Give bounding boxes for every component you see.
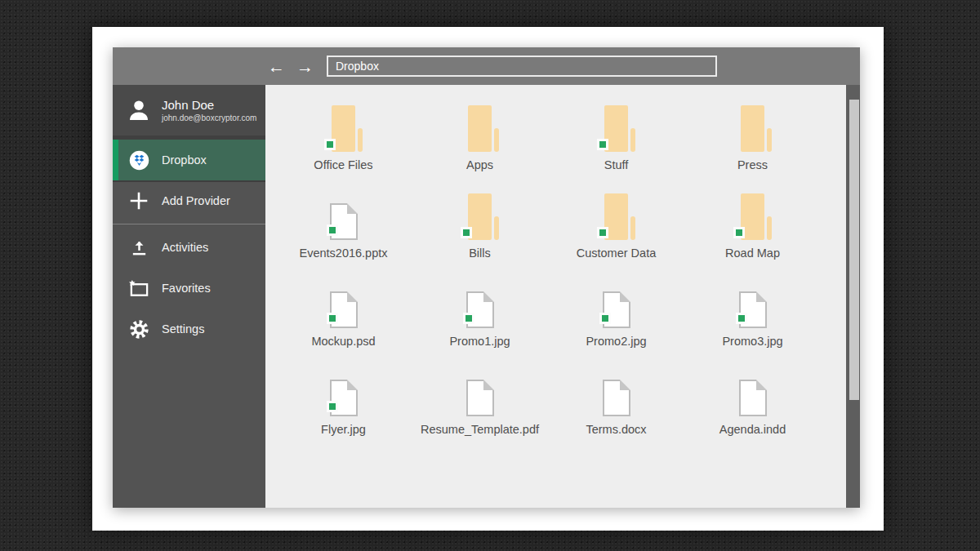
document-icon <box>603 380 630 416</box>
user-avatar-icon <box>127 98 151 122</box>
sidebar-item-favorites[interactable]: Favorites <box>113 268 265 309</box>
document-icon <box>466 291 494 328</box>
file-item[interactable]: Events2016.pptx <box>275 191 412 279</box>
encrypted-badge <box>327 401 338 412</box>
file-name: Office Files <box>314 158 372 171</box>
encrypted-badge <box>599 313 611 324</box>
file-item[interactable]: Promo1.jpg <box>412 279 548 367</box>
file-icon-wrap <box>330 367 358 416</box>
folder-icon <box>741 193 764 240</box>
file-name: Bills <box>469 247 491 260</box>
sidebar-item-add-provider[interactable]: Add Provider <box>113 180 265 221</box>
folder-icon <box>604 105 628 152</box>
document-icon <box>739 380 767 416</box>
back-button[interactable]: ← <box>266 58 287 75</box>
file-name: Terms.docx <box>586 423 646 436</box>
sidebar: John Doe john.doe@boxcryptor.com Dropbox… <box>113 85 265 508</box>
file-icon-wrap <box>604 103 628 152</box>
file-name: Customer Data <box>577 247 657 260</box>
plus-icon <box>127 190 151 211</box>
file-name: Promo2.jpg <box>586 335 646 348</box>
file-icon-wrap <box>330 191 358 240</box>
folder-icon <box>741 105 764 152</box>
file-item[interactable]: Resume_Template.pdf <box>412 367 548 455</box>
sidebar-item-dropbox[interactable]: Dropbox <box>113 140 265 180</box>
main-area: John Doe john.doe@boxcryptor.com Dropbox… <box>113 85 860 508</box>
upload-icon <box>127 238 151 257</box>
file-icon-wrap <box>604 191 628 240</box>
file-icon-wrap <box>739 279 767 328</box>
folder-item[interactable]: Stuff <box>548 103 684 191</box>
file-grid-area: Office Files Apps Stuff Press Events2016 <box>265 85 846 508</box>
file-grid: Office Files Apps Stuff Press Events2016 <box>275 103 821 455</box>
sidebar-item-activities[interactable]: Activities <box>113 227 265 268</box>
encrypted-badge <box>736 313 747 324</box>
dropbox-icon <box>127 149 151 171</box>
file-icon-wrap <box>468 103 492 152</box>
folder-item[interactable]: Road Map <box>684 191 821 279</box>
user-profile[interactable]: John Doe john.doe@boxcryptor.com <box>113 85 265 140</box>
forward-button[interactable]: → <box>295 58 315 75</box>
file-name: Resume_Template.pdf <box>421 423 539 436</box>
file-icon-wrap <box>741 103 764 152</box>
encrypted-badge <box>327 224 338 236</box>
folder-icon <box>468 105 492 152</box>
encrypted-badge <box>463 313 474 324</box>
favorites-icon <box>127 279 151 298</box>
file-name: Flyer.jpg <box>321 423 366 436</box>
file-name: Promo3.jpg <box>722 335 782 348</box>
address-bar[interactable]: Dropbox <box>327 56 717 77</box>
file-icon-wrap <box>741 191 764 240</box>
encrypted-badge <box>461 227 472 238</box>
boxcryptor-window: ← → Dropbox John Doe john.doe@boxcryptor… <box>113 47 860 508</box>
sidebar-item-settings[interactable]: Settings <box>113 309 265 349</box>
folder-item[interactable]: Bills <box>412 191 548 279</box>
folder-icon <box>604 193 628 240</box>
sidebar-nav: Dropbox Add Provider Activities Favorite… <box>113 140 265 349</box>
sidebar-divider <box>113 224 265 224</box>
file-name: Press <box>737 158 768 171</box>
file-name: Mockup.psd <box>311 335 375 348</box>
encrypted-badge <box>324 139 336 150</box>
file-icon-wrap <box>332 103 355 152</box>
file-name: Agenda.indd <box>719 423 786 436</box>
user-text: John Doe john.doe@boxcryptor.com <box>162 98 256 122</box>
document-icon <box>739 291 767 328</box>
file-icon-wrap <box>330 279 358 328</box>
file-icon-wrap <box>739 367 767 416</box>
file-item[interactable]: Terms.docx <box>548 367 684 455</box>
file-name: Road Map <box>725 247 780 260</box>
desktop-background: { "app": { "titlebar": { "back_icon": "←… <box>0 0 980 551</box>
document-icon <box>466 380 494 416</box>
file-item[interactable]: Promo2.jpg <box>548 279 684 367</box>
file-icon-wrap <box>466 367 494 416</box>
encrypted-badge <box>327 313 338 324</box>
file-item[interactable]: Agenda.indd <box>684 367 821 455</box>
title-bar: ← → Dropbox <box>113 47 860 85</box>
folder-item[interactable]: Office Files <box>275 103 412 191</box>
folder-item[interactable]: Apps <box>412 103 548 191</box>
file-icon-wrap <box>603 367 630 416</box>
file-icon-wrap <box>468 191 492 240</box>
file-name: Stuff <box>604 158 629 171</box>
file-name: Apps <box>466 158 493 171</box>
encrypted-badge <box>597 139 608 150</box>
document-icon <box>330 380 358 416</box>
scrollbar-thumb[interactable] <box>849 100 859 400</box>
folder-icon <box>332 105 355 152</box>
file-item[interactable]: Mockup.psd <box>275 279 412 367</box>
file-name: Promo1.jpg <box>449 335 510 348</box>
encrypted-badge <box>597 227 608 238</box>
folder-item[interactable]: Press <box>684 103 821 191</box>
folder-icon <box>468 193 492 240</box>
file-item[interactable]: Flyer.jpg <box>275 367 412 455</box>
gear-icon <box>127 319 151 340</box>
folder-item[interactable]: Customer Data <box>548 191 684 279</box>
app-card: ← → Dropbox John Doe john.doe@boxcryptor… <box>92 27 884 531</box>
file-name: Events2016.pptx <box>299 247 387 260</box>
encrypted-badge <box>733 227 745 238</box>
document-icon <box>330 203 358 240</box>
document-icon <box>330 291 358 328</box>
scrollbar[interactable] <box>846 85 860 508</box>
file-item[interactable]: Promo3.jpg <box>684 279 821 367</box>
